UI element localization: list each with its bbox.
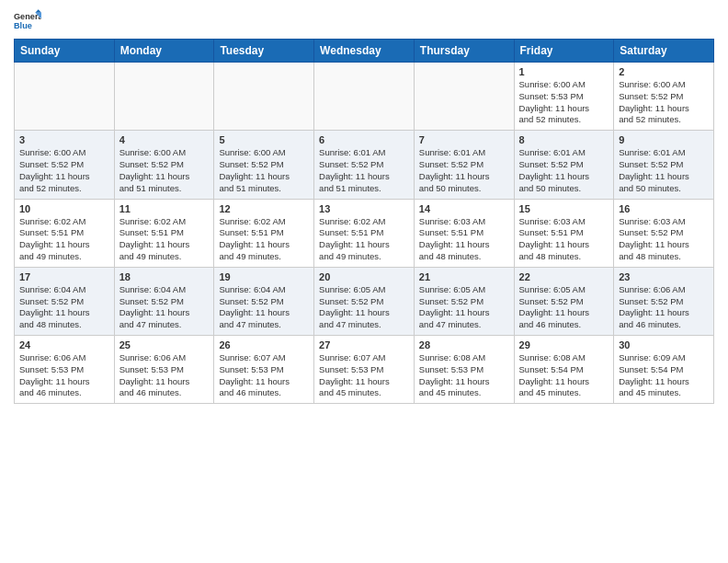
logo-icon: General Blue [14, 9, 41, 31]
day-number: 2 [619, 66, 709, 77]
calendar-cell: 21Sunrise: 6:05 AMSunset: 5:52 PMDayligh… [414, 267, 514, 335]
day-info: Sunrise: 6:04 AMSunset: 5:52 PMDaylight:… [219, 284, 309, 331]
day-number: 13 [319, 203, 409, 214]
weekday-header-friday: Friday [514, 40, 614, 63]
day-info: Sunrise: 6:02 AMSunset: 5:51 PMDaylight:… [19, 216, 109, 263]
calendar-week-row: 10Sunrise: 6:02 AMSunset: 5:51 PMDayligh… [15, 199, 714, 267]
weekday-header-row: SundayMondayTuesdayWednesdayThursdayFrid… [15, 40, 714, 63]
calendar-cell: 26Sunrise: 6:07 AMSunset: 5:53 PMDayligh… [214, 336, 314, 404]
day-info: Sunrise: 6:06 AMSunset: 5:53 PMDaylight:… [19, 352, 109, 399]
day-info: Sunrise: 6:05 AMSunset: 5:52 PMDaylight:… [419, 284, 509, 331]
day-info: Sunrise: 6:03 AMSunset: 5:51 PMDaylight:… [519, 216, 609, 263]
day-info: Sunrise: 6:07 AMSunset: 5:53 PMDaylight:… [219, 352, 309, 399]
day-info: Sunrise: 6:00 AMSunset: 5:53 PMDaylight:… [519, 79, 609, 126]
day-number: 25 [119, 339, 210, 350]
calendar-cell [214, 63, 314, 131]
calendar-cell: 12Sunrise: 6:02 AMSunset: 5:51 PMDayligh… [214, 199, 314, 267]
day-number: 20 [319, 271, 409, 282]
calendar-cell [15, 63, 115, 131]
day-number: 16 [619, 203, 709, 214]
day-number: 21 [419, 271, 509, 282]
day-info: Sunrise: 6:08 AMSunset: 5:54 PMDaylight:… [519, 352, 609, 399]
day-number: 29 [519, 339, 609, 350]
day-number: 23 [619, 271, 709, 282]
day-number: 18 [119, 271, 210, 282]
day-info: Sunrise: 6:07 AMSunset: 5:53 PMDaylight:… [319, 352, 409, 399]
day-info: Sunrise: 6:05 AMSunset: 5:52 PMDaylight:… [519, 284, 609, 331]
day-number: 8 [519, 134, 609, 145]
calendar-cell: 15Sunrise: 6:03 AMSunset: 5:51 PMDayligh… [514, 199, 614, 267]
day-number: 28 [419, 339, 509, 350]
day-info: Sunrise: 6:00 AMSunset: 5:52 PMDaylight:… [219, 147, 309, 194]
day-number: 24 [19, 339, 109, 350]
day-info: Sunrise: 6:02 AMSunset: 5:51 PMDaylight:… [319, 216, 409, 263]
calendar-cell: 18Sunrise: 6:04 AMSunset: 5:52 PMDayligh… [114, 267, 214, 335]
day-number: 26 [219, 339, 309, 350]
calendar-cell: 17Sunrise: 6:04 AMSunset: 5:52 PMDayligh… [15, 267, 115, 335]
calendar-cell: 20Sunrise: 6:05 AMSunset: 5:52 PMDayligh… [314, 267, 415, 335]
calendar-cell [314, 63, 415, 131]
day-number: 1 [519, 66, 609, 77]
header: General Blue [14, 9, 714, 31]
day-number: 4 [119, 134, 210, 145]
calendar-cell: 6Sunrise: 6:01 AMSunset: 5:52 PMDaylight… [314, 131, 415, 199]
svg-text:Blue: Blue [14, 21, 32, 30]
calendar-cell: 24Sunrise: 6:06 AMSunset: 5:53 PMDayligh… [15, 336, 115, 404]
day-number: 15 [519, 203, 609, 214]
weekday-header-saturday: Saturday [614, 40, 714, 63]
day-info: Sunrise: 6:00 AMSunset: 5:52 PMDaylight:… [19, 147, 109, 194]
day-number: 9 [619, 134, 709, 145]
day-number: 14 [419, 203, 509, 214]
calendar-cell: 28Sunrise: 6:08 AMSunset: 5:53 PMDayligh… [414, 336, 514, 404]
calendar-cell: 30Sunrise: 6:09 AMSunset: 5:54 PMDayligh… [614, 336, 714, 404]
day-number: 17 [19, 271, 109, 282]
calendar-cell: 19Sunrise: 6:04 AMSunset: 5:52 PMDayligh… [214, 267, 314, 335]
svg-marker-2 [35, 9, 41, 12]
day-number: 11 [119, 203, 210, 214]
day-info: Sunrise: 6:01 AMSunset: 5:52 PMDaylight:… [319, 147, 409, 194]
calendar-cell: 29Sunrise: 6:08 AMSunset: 5:54 PMDayligh… [514, 336, 614, 404]
calendar-cell: 22Sunrise: 6:05 AMSunset: 5:52 PMDayligh… [514, 267, 614, 335]
day-info: Sunrise: 6:00 AMSunset: 5:52 PMDaylight:… [619, 79, 709, 126]
calendar-cell: 5Sunrise: 6:00 AMSunset: 5:52 PMDaylight… [214, 131, 314, 199]
calendar-cell: 7Sunrise: 6:01 AMSunset: 5:52 PMDaylight… [414, 131, 514, 199]
calendar-cell: 13Sunrise: 6:02 AMSunset: 5:51 PMDayligh… [314, 199, 415, 267]
logo: General Blue [14, 9, 41, 31]
day-number: 3 [19, 134, 109, 145]
calendar-cell: 4Sunrise: 6:00 AMSunset: 5:52 PMDaylight… [114, 131, 214, 199]
calendar-cell: 16Sunrise: 6:03 AMSunset: 5:52 PMDayligh… [614, 199, 714, 267]
day-number: 6 [319, 134, 409, 145]
calendar-table: SundayMondayTuesdayWednesdayThursdayFrid… [14, 39, 714, 404]
calendar-week-row: 17Sunrise: 6:04 AMSunset: 5:52 PMDayligh… [15, 267, 714, 335]
day-info: Sunrise: 6:01 AMSunset: 5:52 PMDaylight:… [419, 147, 509, 194]
day-info: Sunrise: 6:08 AMSunset: 5:53 PMDaylight:… [419, 352, 509, 399]
day-number: 22 [519, 271, 609, 282]
calendar-cell: 23Sunrise: 6:06 AMSunset: 5:52 PMDayligh… [614, 267, 714, 335]
day-number: 10 [19, 203, 109, 214]
calendar-cell: 9Sunrise: 6:01 AMSunset: 5:52 PMDaylight… [614, 131, 714, 199]
calendar-week-row: 24Sunrise: 6:06 AMSunset: 5:53 PMDayligh… [15, 336, 714, 404]
calendar-week-row: 1Sunrise: 6:00 AMSunset: 5:53 PMDaylight… [15, 63, 714, 131]
calendar-cell: 1Sunrise: 6:00 AMSunset: 5:53 PMDaylight… [514, 63, 614, 131]
day-info: Sunrise: 6:03 AMSunset: 5:52 PMDaylight:… [619, 216, 709, 263]
day-info: Sunrise: 6:02 AMSunset: 5:51 PMDaylight:… [219, 216, 309, 263]
day-info: Sunrise: 6:02 AMSunset: 5:51 PMDaylight:… [119, 216, 210, 263]
day-info: Sunrise: 6:06 AMSunset: 5:53 PMDaylight:… [119, 352, 210, 399]
calendar-cell: 10Sunrise: 6:02 AMSunset: 5:51 PMDayligh… [15, 199, 115, 267]
page: General Blue SundayMondayTuesdayWednesda… [0, 0, 728, 563]
day-info: Sunrise: 6:05 AMSunset: 5:52 PMDaylight:… [319, 284, 409, 331]
weekday-header-monday: Monday [114, 40, 214, 63]
calendar-cell: 14Sunrise: 6:03 AMSunset: 5:51 PMDayligh… [414, 199, 514, 267]
day-info: Sunrise: 6:04 AMSunset: 5:52 PMDaylight:… [19, 284, 109, 331]
calendar-cell: 3Sunrise: 6:00 AMSunset: 5:52 PMDaylight… [15, 131, 115, 199]
weekday-header-sunday: Sunday [15, 40, 115, 63]
day-number: 5 [219, 134, 309, 145]
calendar-cell: 25Sunrise: 6:06 AMSunset: 5:53 PMDayligh… [114, 336, 214, 404]
day-info: Sunrise: 6:04 AMSunset: 5:52 PMDaylight:… [119, 284, 210, 331]
day-number: 19 [219, 271, 309, 282]
weekday-header-thursday: Thursday [414, 40, 514, 63]
weekday-header-tuesday: Tuesday [214, 40, 314, 63]
day-info: Sunrise: 6:00 AMSunset: 5:52 PMDaylight:… [119, 147, 210, 194]
day-number: 7 [419, 134, 509, 145]
day-info: Sunrise: 6:01 AMSunset: 5:52 PMDaylight:… [519, 147, 609, 194]
